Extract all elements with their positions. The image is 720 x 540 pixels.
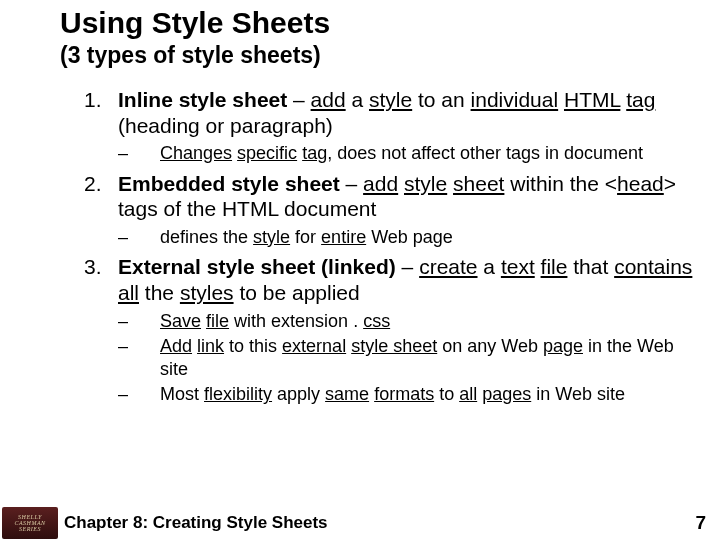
item-text: Embedded style sheet – add style sheet w… [118,172,676,221]
publisher-logo: SHELLY CASHMAN SERIES [2,507,58,539]
item-text: Inline style sheet – add a style to an i… [118,88,655,137]
logo-line: SERIES [19,526,41,532]
sub-item: Most flexibility apply same formats to a… [118,383,694,406]
sub-item: Save file with extension . css [118,310,694,333]
list-item: External style sheet (linked) – create a… [84,254,694,405]
slide-subtitle: (3 types of style sheets) [60,42,700,69]
sub-item: Changes specific tag, does not affect ot… [118,142,694,165]
sub-item: defines the style for entire Web page [118,226,694,249]
slide-title: Using Style Sheets [60,6,700,40]
slide: Using Style Sheets (3 types of style she… [0,0,720,540]
main-list: Inline style sheet – add a style to an i… [60,87,700,406]
list-item: Inline style sheet – add a style to an i… [84,87,694,165]
sub-list: Save file with extension . css Add link … [118,310,694,406]
footer: SHELLY CASHMAN SERIES Chapter 8: Creatin… [0,506,720,540]
sub-list: defines the style for entire Web page [118,226,694,249]
sub-item: Add link to this external style sheet on… [118,335,694,380]
page-number: 7 [695,512,706,534]
list-item: Embedded style sheet – add style sheet w… [84,171,694,249]
sub-list: Changes specific tag, does not affect ot… [118,142,694,165]
chapter-label: Chapter 8: Creating Style Sheets [64,513,328,533]
item-text: External style sheet (linked) – create a… [118,255,692,304]
